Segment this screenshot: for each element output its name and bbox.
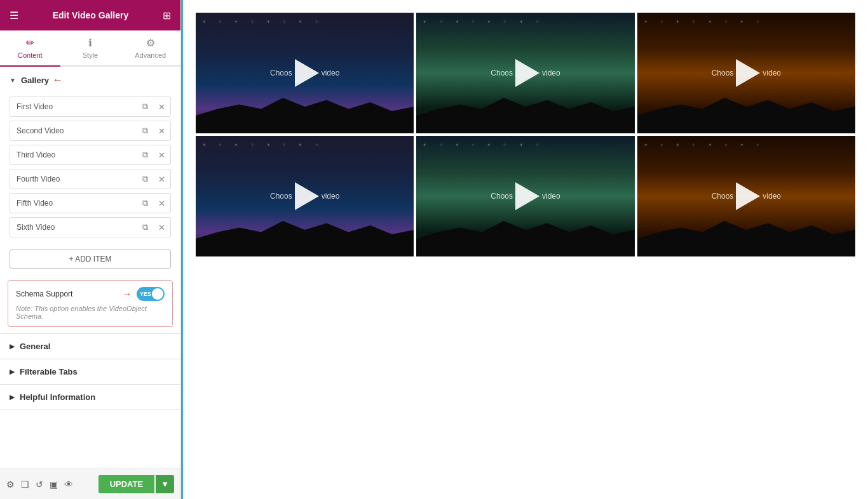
video-grid: Choos video Choos video Choos vid (196, 13, 855, 256)
video-item-3: Third Video ⧉ ✕ (10, 145, 171, 165)
video-text-2: video (542, 69, 560, 77)
video-item-6: Sixth Video ⧉ ✕ (10, 217, 171, 237)
filterable-tabs-section[interactable]: ▶ Filterable Tabs (0, 359, 180, 385)
video-cell-1[interactable]: Choos video (196, 13, 414, 133)
add-item-wrapper: + ADD ITEM (0, 244, 180, 275)
video-item-actions-3: ⧉ ✕ (137, 146, 170, 164)
video-item-label-4: Fourth Video (10, 170, 137, 189)
video-item-actions-4: ⧉ ✕ (137, 170, 170, 188)
video-text-1: video (322, 69, 340, 77)
layers-icon[interactable]: ❑ (21, 479, 29, 489)
play-overlay-1: Choos video (196, 13, 414, 133)
video-item-1: First Video ⧉ ✕ (10, 96, 171, 117)
choose-text-2: Choos (491, 69, 513, 77)
choose-text-6: Choos (712, 192, 734, 201)
video-item-label-3: Third Video (10, 145, 137, 164)
play-icon-6 (736, 182, 760, 210)
update-button[interactable]: UPDATE (98, 475, 154, 493)
schema-note: Note: This option enables the VideoObjec… (16, 305, 165, 320)
toggle-yes-label: YES (140, 291, 151, 297)
gallery-section-label: Gallery (21, 76, 49, 85)
update-arrow-button[interactable]: ▼ (156, 475, 174, 493)
helpful-label: Helpful Information (20, 392, 95, 402)
video-item-copy-4[interactable]: ⧉ (137, 170, 153, 188)
video-item-actions-1: ⧉ ✕ (137, 98, 170, 116)
schema-toggle[interactable]: YES (137, 287, 165, 301)
play-overlay-3: Choos video (637, 13, 855, 133)
tab-bar: ✏ Content ℹ Style ⚙ Advanced (0, 30, 180, 67)
video-cell-6[interactable]: Choos video (637, 136, 855, 256)
choose-text-4: Choos (270, 192, 292, 201)
video-item-copy-6[interactable]: ⧉ (137, 218, 153, 236)
video-text-4: video (322, 192, 340, 201)
helpful-arrow: ▶ (10, 394, 15, 401)
main-wrapper: Choos video Choos video Choos vid (181, 0, 868, 499)
content-icon: ✏ (26, 37, 34, 49)
choose-text-1: Choos (270, 69, 292, 77)
video-item-delete-6[interactable]: ✕ (153, 219, 170, 236)
video-item-copy-2[interactable]: ⧉ (137, 122, 153, 140)
general-arrow: ▶ (10, 343, 15, 350)
filterable-arrow: ▶ (10, 368, 15, 375)
video-item-label-6: Sixth Video (10, 218, 137, 237)
sidebar-title: Edit Video Gallery (53, 10, 129, 20)
video-item-copy-5[interactable]: ⧉ (137, 194, 153, 212)
video-cell-4[interactable]: Choos video (196, 136, 414, 256)
video-item-label-1: First Video (10, 97, 137, 116)
add-item-button[interactable]: + ADD ITEM (10, 250, 171, 269)
video-item-delete-5[interactable]: ✕ (153, 195, 170, 212)
sidebar-header: ☰ Edit Video Gallery ⊞ (0, 0, 180, 30)
helpful-info-section[interactable]: ▶ Helpful Information (0, 385, 180, 410)
grid-icon[interactable]: ⊞ (163, 10, 171, 22)
general-section[interactable]: ▶ General (0, 334, 180, 359)
video-text-3: video (763, 69, 781, 77)
preview-icon[interactable]: 👁 (64, 479, 73, 489)
play-icon-1 (295, 59, 319, 87)
toggle-thumb (152, 288, 163, 300)
play-overlay-6: Choos video (637, 136, 855, 256)
video-cell-5[interactable]: Choos video (416, 136, 634, 256)
play-icon-5 (515, 182, 539, 210)
gallery-section-header[interactable]: ▼ Gallery ← (0, 67, 180, 93)
video-item-label-5: Fifth Video (10, 194, 137, 213)
schema-label: Schema Support (16, 289, 118, 298)
video-item-actions-5: ⧉ ✕ (137, 194, 170, 212)
advanced-icon: ⚙ (146, 37, 155, 49)
video-item-copy-1[interactable]: ⧉ (137, 98, 153, 116)
sidebar-content: ▼ Gallery ← First Video ⧉ ✕ Second Video… (0, 67, 180, 469)
video-cell-3[interactable]: Choos video (637, 13, 855, 133)
toggle-track: YES (137, 287, 165, 301)
main-content: Choos video Choos video Choos vid (183, 0, 868, 499)
video-items-list: First Video ⧉ ✕ Second Video ⧉ ✕ Third V… (0, 93, 180, 244)
play-overlay-2: Choos video (416, 13, 634, 133)
responsive-icon[interactable]: ▣ (50, 479, 58, 489)
video-item-delete-4[interactable]: ✕ (153, 171, 170, 188)
video-item-delete-2[interactable]: ✕ (153, 123, 170, 140)
video-item-actions-2: ⧉ ✕ (137, 122, 170, 140)
tab-advanced[interactable]: ⚙ Advanced (120, 30, 180, 65)
video-item-5: Fifth Video ⧉ ✕ (10, 193, 171, 213)
tab-style[interactable]: ℹ Style (60, 30, 121, 65)
video-cell-2[interactable]: Choos video (416, 13, 634, 133)
settings-icon[interactable]: ⚙ (6, 479, 15, 489)
filterable-label: Filterable Tabs (20, 367, 78, 376)
hamburger-icon[interactable]: ☰ (10, 10, 18, 22)
video-item-delete-3[interactable]: ✕ (153, 147, 170, 164)
video-item-copy-3[interactable]: ⧉ (137, 146, 153, 164)
video-item-4: Fourth Video ⧉ ✕ (10, 169, 171, 189)
choose-text-3: Choos (712, 69, 734, 77)
tab-content[interactable]: ✏ Content (0, 30, 60, 67)
history-icon[interactable]: ↺ (36, 479, 43, 489)
footer-icons: ⚙ ❑ ↺ ▣ 👁 (6, 479, 73, 489)
sidebar: ☰ Edit Video Gallery ⊞ ✏ Content ℹ Style… (0, 0, 181, 499)
video-item-actions-6: ⧉ ✕ (137, 218, 170, 236)
video-item-delete-1[interactable]: ✕ (153, 98, 170, 116)
sidebar-footer: ⚙ ❑ ↺ ▣ 👁 UPDATE ▼ (0, 469, 180, 499)
play-icon-4 (295, 182, 319, 210)
choose-text-5: Choos (491, 192, 513, 201)
gallery-section: ▼ Gallery ← First Video ⧉ ✕ Second Video… (0, 67, 180, 334)
play-icon-3 (736, 59, 760, 87)
video-item-2: Second Video ⧉ ✕ (10, 121, 171, 141)
video-text-6: video (763, 192, 781, 201)
schema-red-arrow: → (123, 289, 132, 299)
